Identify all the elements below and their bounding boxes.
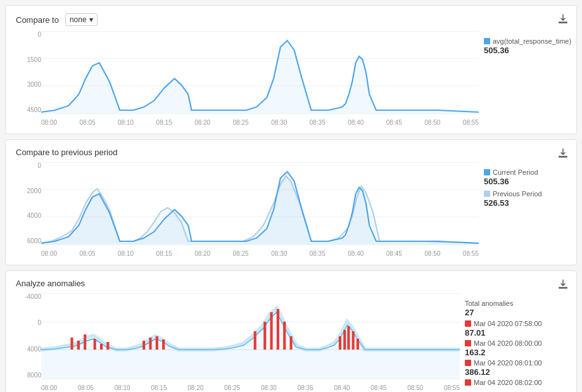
- panel2-x-axis: 08:00 08:05 08:10 08:15 08:20 08:25 08:3…: [41, 250, 479, 257]
- panel3-x-axis: 08:00 08:05 08:10 08:15 08:20 08:25 08:3…: [41, 384, 460, 391]
- anomaly-value-0: 87.01: [465, 328, 566, 338]
- dropdown-label: none: [70, 15, 87, 24]
- current-period-label: Current Period: [493, 168, 538, 176]
- panel1-x-axis: 08:00 08:05 08:10 08:15 08:20 08:25 08:3…: [41, 119, 479, 126]
- panel2-chart-area: 6000 4000 2000 0: [16, 162, 479, 257]
- download-button-3[interactable]: [557, 279, 569, 293]
- svg-rect-12: [263, 322, 266, 350]
- total-anomalies-value: 27: [465, 308, 566, 317]
- svg-rect-17: [339, 336, 341, 350]
- svg-rect-3: [84, 334, 86, 350]
- download-icon-3: [557, 279, 569, 290]
- svg-rect-16: [289, 336, 292, 350]
- download-icon-2: [557, 148, 569, 159]
- svg-rect-21: [357, 339, 359, 350]
- panel1-y-axis: 4500 3000 1500 0: [16, 31, 41, 113]
- panel2-legend-previous: Previous Period 526.53: [484, 190, 566, 208]
- anomaly-date-2: Mar 04 2020 08:01:00: [474, 359, 542, 367]
- anomaly-item-1: Mar 04 2020 08:00:00: [465, 339, 566, 347]
- svg-rect-9: [156, 336, 158, 350]
- panel2-title: Compare to previous period: [16, 148, 117, 157]
- panel2-y-axis: 6000 4000 2000 0: [16, 162, 41, 244]
- panel2-chart-container: 6000 4000 2000 0: [16, 162, 479, 257]
- current-period-value: 505.36: [484, 177, 566, 186]
- svg-rect-20: [352, 331, 355, 350]
- panel1-header: Compare to none ▾: [16, 13, 566, 26]
- compare-dropdown[interactable]: none ▾: [65, 13, 98, 26]
- svg-rect-18: [343, 330, 346, 350]
- svg-rect-2: [77, 341, 80, 350]
- panel-compare-to: Compare to none ▾ 4500 3000 1500 0: [5, 5, 577, 134]
- panel1-legend: avg(total_response_time) 505.36: [484, 31, 566, 126]
- svg-rect-4: [94, 339, 96, 350]
- svg-rect-14: [277, 309, 279, 350]
- panel3-header: Analyze anomalies: [16, 279, 566, 288]
- anomaly-item-0: Mar 04 2020 07:58:00: [465, 320, 566, 327]
- panel3-title: Analyze anomalies: [16, 279, 85, 288]
- panel2-legend: Current Period 505.36 Previous Period 52…: [484, 162, 566, 257]
- panel3-chart-area: 8000 4000 0 -4000: [16, 293, 460, 391]
- panel1-legend-value: 505.36: [484, 46, 566, 55]
- panel3-chart-with-legend: 8000 4000 0 -4000: [16, 293, 566, 391]
- previous-period-label: Previous Period: [493, 190, 542, 198]
- svg-rect-6: [106, 342, 109, 350]
- panel2-header: Compare to previous period: [16, 148, 566, 157]
- chevron-down-icon: ▾: [89, 15, 93, 24]
- panel1-chart-area: 4500 3000 1500 0: [16, 31, 479, 126]
- panel1-svg: [41, 31, 479, 113]
- anomaly-date-0: Mar 04 2020 07:58:00: [474, 320, 542, 327]
- svg-rect-7: [142, 341, 145, 350]
- download-button-2[interactable]: [557, 148, 569, 161]
- download-icon: [557, 13, 569, 25]
- panel1-chart-with-legend: 4500 3000 1500 0: [16, 31, 566, 126]
- anomaly-value-1: 163.2: [465, 348, 566, 357]
- legend-color-1: [484, 38, 490, 44]
- panel1-chart-container: 4500 3000 1500 0: [16, 31, 479, 126]
- svg-rect-5: [100, 344, 103, 350]
- panel2-svg: [41, 162, 479, 244]
- panel1-legend-label: avg(total_response_time): [493, 37, 571, 45]
- panel1-legend-item: avg(total_response_time) 505.36: [484, 37, 566, 55]
- panel3-y-axis: 8000 4000 0 -4000: [16, 293, 41, 379]
- panel-compare-previous: Compare to previous period 6000 4000 200…: [5, 139, 577, 265]
- svg-rect-10: [162, 339, 165, 350]
- anomaly-item-2: Mar 04 2020 08:01:00: [465, 359, 566, 367]
- panel3-svg: [41, 293, 460, 379]
- page: Compare to none ▾ 4500 3000 1500 0: [0, 0, 582, 392]
- panel3-chart-container: 8000 4000 0 -4000: [16, 293, 460, 391]
- anomaly-item-3: Mar 04 2020 08:02:00: [465, 379, 566, 386]
- total-anomalies-label: Total anomalies: [465, 300, 513, 307]
- total-anomalies-item: Total anomalies 27: [465, 300, 566, 317]
- anomaly-date-3: Mar 04 2020 08:02:00: [474, 379, 542, 386]
- previous-period-color: [484, 191, 490, 197]
- current-period-color: [484, 169, 490, 175]
- svg-rect-11: [254, 331, 256, 350]
- anomaly-value-2: 386.12: [465, 367, 566, 377]
- panel2-chart-with-legend: 6000 4000 2000 0: [16, 162, 566, 257]
- svg-rect-8: [149, 338, 151, 350]
- anomaly-date-1: Mar 04 2020 08:00:00: [474, 339, 542, 347]
- svg-rect-19: [347, 326, 350, 350]
- previous-period-value: 526.53: [484, 198, 566, 208]
- panel3-legend: Total anomalies 27 Mar 04 2020 07:58:00 …: [465, 293, 566, 391]
- panel2-legend-current: Current Period 505.36: [484, 168, 566, 186]
- svg-rect-15: [283, 322, 286, 350]
- svg-rect-13: [270, 312, 272, 350]
- panel1-title: Compare to: [16, 15, 59, 25]
- panel-anomalies: Analyze anomalies 8000 4000 0 -4000: [5, 270, 577, 392]
- svg-rect-1: [70, 338, 73, 350]
- download-button-1[interactable]: [557, 13, 569, 27]
